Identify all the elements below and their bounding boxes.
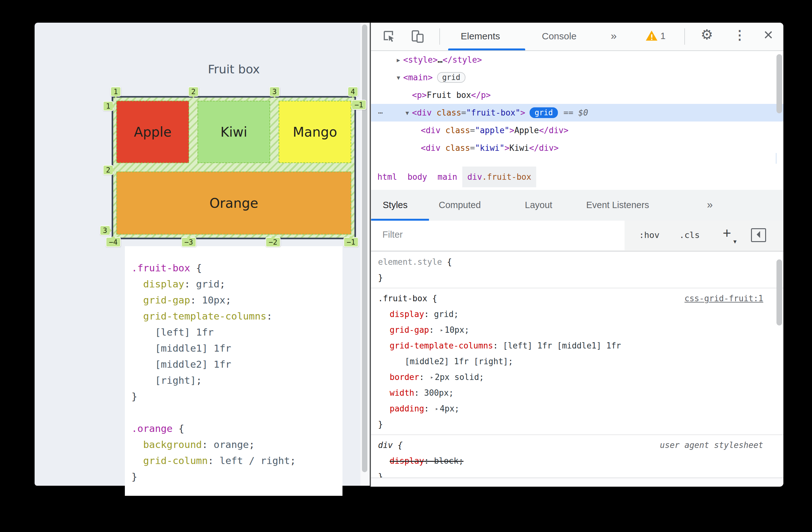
toolbar-separator (439, 28, 440, 45)
toggle-class-button[interactable]: .cls (679, 230, 700, 240)
console-reference: == $0 (564, 108, 588, 117)
expand-arrow-icon[interactable]: ▼ (394, 74, 403, 81)
user-agent-stylesheet-label: user agent stylesheet (660, 437, 763, 453)
fruit-box-grid-cells: AppleKiwiMangoOrange (116, 101, 351, 235)
more-tabs-icon[interactable]: » (611, 30, 617, 42)
screenshot-canvas: Fruit box AppleKiwiMangoOrange 1234123−1… (0, 0, 812, 532)
dom-tree: ▶<style>…</style>▼<main>grid<p>Fruit box… (371, 51, 783, 159)
styles-panel-tabs: Styles Computed Layout Event Listeners » (371, 190, 783, 221)
dom-tree-row[interactable]: <div class="mango">Mango</div> (371, 157, 783, 159)
grid-line-badge: −1 (351, 100, 366, 110)
device-toolbar-icon[interactable] (410, 29, 425, 44)
fruit-box-grid: AppleKiwiMangoOrange (112, 96, 356, 239)
dom-tree-row[interactable]: ▼<main>grid (371, 69, 783, 86)
expand-arrow-icon[interactable]: ▼ (403, 110, 411, 116)
kebab-menu-icon[interactable]: ⋮ (734, 28, 746, 42)
grid-line-badge: 4 (348, 87, 358, 97)
devtools-panel: Elements Console » 1 ⚙ ⋮ × ▶<style>…</st… (371, 23, 783, 487)
source-code-text: .fruit-box { display: grid; grid-gap: 10… (131, 260, 296, 485)
grid-line-badge: 1 (103, 101, 114, 111)
style-declaration-line[interactable]: padding: ▸4px; (371, 401, 783, 417)
active-tab-underline (448, 48, 525, 51)
new-style-rule-caret-icon: ▾ (734, 238, 737, 245)
style-declaration-line[interactable]: grid-gap: ▸10px; (371, 322, 783, 338)
breadcrumb-item-html[interactable]: html (377, 172, 397, 182)
style-declaration-line[interactable]: display: grid; (371, 306, 783, 322)
grid-line-badge: 3 (269, 87, 280, 97)
grid-line-badge: −4 (106, 237, 121, 247)
toolbar-separator (684, 28, 685, 45)
devtools-toolbar: Elements Console » 1 ⚙ ⋮ × (371, 23, 783, 51)
toggle-sidebar-icon[interactable] (751, 228, 766, 242)
breadcrumb: htmlbodymaindiv.fruit-box (371, 164, 783, 191)
style-declaration-line[interactable]: } (371, 270, 783, 285)
styles-filter-bar: Filter :hov .cls + ▾ (371, 221, 783, 252)
inspect-element-icon[interactable] (382, 29, 397, 44)
grid-badge[interactable]: grid (437, 72, 465, 83)
rule-divider (371, 288, 783, 288)
more-panel-tabs-icon[interactable]: » (707, 199, 713, 211)
toggle-hover-state-button[interactable]: :hov (639, 230, 659, 240)
style-declaration-line[interactable]: [middle2] 1fr [right]; (371, 353, 783, 369)
tab-computed[interactable]: Computed (439, 200, 481, 210)
style-declaration-line[interactable]: grid-template-columns: [left] 1fr [middl… (371, 338, 783, 353)
tab-elements[interactable]: Elements (461, 31, 500, 42)
grid-cell-orange: Orange (116, 171, 351, 235)
style-declaration-line[interactable]: element.style { (371, 254, 783, 270)
dom-tree-row[interactable]: <div class="kiwi">Kiwi</div> (371, 139, 783, 157)
devtools-bottom-strip (371, 478, 783, 486)
dom-tree-row[interactable]: ▶<style>…</style> (371, 51, 783, 69)
new-style-rule-button[interactable]: + (723, 224, 731, 241)
expand-arrow-icon[interactable]: ▶ (394, 57, 403, 63)
grid-line-badge: −2 (265, 237, 280, 247)
web-page-panel: Fruit box AppleKiwiMangoOrange 1234123−1… (34, 23, 360, 486)
style-declaration-line[interactable]: div {user agent stylesheet (371, 437, 783, 453)
breadcrumb-item-body[interactable]: body (408, 172, 427, 182)
grid-cell-mango: Mango (279, 101, 351, 163)
page-scrollbar-thumb[interactable] (362, 25, 367, 472)
warning-icon (645, 30, 658, 42)
style-declaration-line[interactable]: display: block; (371, 453, 783, 469)
dom-tree-row[interactable]: <p>Fruit box</p> (371, 86, 783, 104)
close-devtools-icon[interactable]: × (764, 25, 773, 44)
styles-filter-input[interactable]: Filter (371, 221, 625, 250)
style-declaration-line[interactable]: width: 300px; (371, 385, 783, 401)
tab-event-listeners[interactable]: Event Listeners (586, 200, 649, 210)
style-declaration-line[interactable]: .fruit-box {css-grid-fruit:1 (371, 291, 783, 306)
page-title: Fruit box (112, 62, 356, 76)
settings-gear-icon[interactable]: ⚙ (701, 26, 713, 42)
grid-line-badge: 2 (188, 87, 199, 97)
breadcrumb-item-div[interactable]: div.fruit-box (462, 167, 537, 187)
tab-console[interactable]: Console (542, 31, 577, 42)
filter-placeholder: Filter (382, 229, 403, 240)
grid-badge-active[interactable]: grid (530, 107, 558, 118)
dom-scrollbar-thumb[interactable] (777, 54, 782, 113)
style-declaration-line[interactable]: border: ▸2px solid; (371, 369, 783, 385)
tab-styles[interactable]: Styles (383, 200, 408, 210)
styles-pane: element.style {}.fruit-box {css-grid-fru… (371, 252, 783, 478)
breadcrumb-item-main[interactable]: main (437, 172, 457, 182)
dom-tree-row[interactable]: <div class="apple">Apple</div> (371, 122, 783, 139)
more-actions-icon[interactable]: ⋯ (378, 108, 383, 117)
rule-divider (371, 434, 783, 435)
style-declaration-line[interactable]: } (371, 417, 783, 432)
grid-cell-kiwi: Kiwi (198, 101, 270, 163)
style-declaration-line[interactable]: } (371, 469, 783, 478)
source-code-block: .fruit-box { display: grid; grid-gap: 10… (125, 246, 343, 496)
grid-cell-apple: Apple (116, 101, 189, 163)
stylesheet-source-link[interactable]: css-grid-fruit:1 (685, 291, 763, 306)
warnings-badge[interactable]: 1 (645, 30, 665, 42)
grid-line-badge: 3 (100, 225, 111, 236)
styles-scrollbar-thumb[interactable] (777, 260, 782, 325)
tab-layout[interactable]: Layout (525, 200, 552, 210)
dom-tree-row[interactable]: ⋯▼<div class="fruit-box">grid== $0 (371, 104, 783, 122)
grid-line-badge: −3 (181, 237, 196, 247)
grid-line-badge: 1 (111, 87, 121, 97)
grid-line-badge: −1 (344, 237, 359, 247)
grid-line-badge: 2 (103, 165, 114, 175)
